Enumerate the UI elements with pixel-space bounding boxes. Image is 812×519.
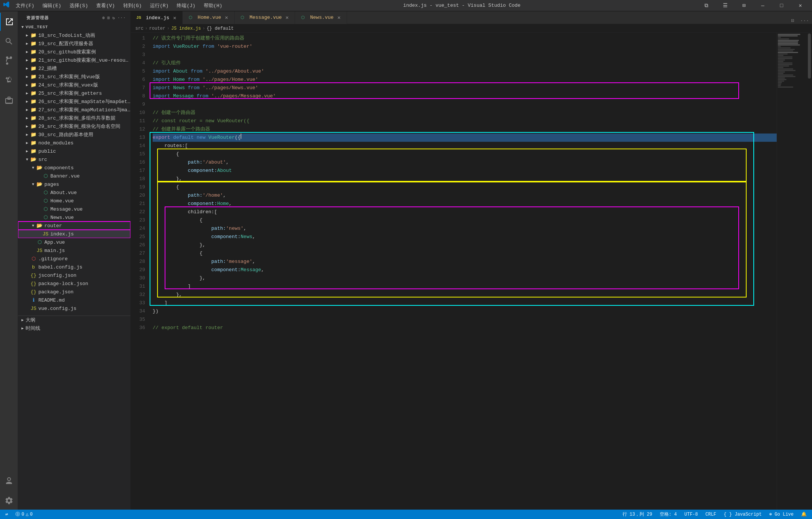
tab-message-vue[interactable]: ⬡ Message.vue ✕ xyxy=(235,11,295,24)
scrollbar[interactable] xyxy=(807,33,812,510)
close-btn[interactable]: ✕ xyxy=(792,0,809,11)
menu-select[interactable]: 选择(S) xyxy=(66,2,92,10)
tree-item-25[interactable]: ▶ 📁 25_src_求和案例_getters xyxy=(18,89,130,97)
tree-item-18[interactable]: ▶ 📁 18_src_TodoList_动画 xyxy=(18,31,130,39)
tree-item-28[interactable]: ▶ 📁 28_src_求和案例_多组件共享数据 xyxy=(18,114,130,122)
spaces-indicator[interactable]: 空格: 4 xyxy=(658,510,679,519)
menu-view[interactable]: 查看(V) xyxy=(92,2,118,10)
remote-status[interactable]: ⇌ xyxy=(4,510,9,519)
tree-item-message-vue[interactable]: ▶ ⬡ Message.vue xyxy=(18,205,130,213)
item-label: .gitignore xyxy=(38,256,130,262)
breadcrumb-router[interactable]: router xyxy=(149,26,165,31)
split-editor-btn[interactable]: ⊡ xyxy=(788,18,797,24)
tree-item-package[interactable]: ▶ {} package.json xyxy=(18,288,130,296)
token: , xyxy=(226,158,229,167)
outline-section[interactable]: ▶ 大纲 xyxy=(18,316,130,324)
more-tabs-btn[interactable]: ··· xyxy=(797,18,812,24)
timeline-section[interactable]: ▶ 时间线 xyxy=(18,324,130,332)
error-status[interactable]: ⓪ 0 △ 0 xyxy=(14,510,34,519)
tree-item-main-js[interactable]: ▶ JS main.js xyxy=(18,246,130,255)
new-folder-icon[interactable]: ⊞ xyxy=(108,15,111,20)
tree-item-banner[interactable]: ▶ ⬡ Banner.vue xyxy=(18,172,130,180)
tree-root[interactable]: ▼ VUE_TEST xyxy=(18,23,130,31)
menu-help[interactable]: 帮助(H) xyxy=(200,2,226,10)
tree-item-pages[interactable]: ▼ 📂 pages xyxy=(18,180,130,188)
tree-item-app-vue[interactable]: ▶ ⬡ App.vue xyxy=(18,238,130,246)
more-icon[interactable]: ··· xyxy=(118,15,126,20)
tree-item-package-lock[interactable]: ▶ {} package-lock.json xyxy=(18,279,130,288)
language-indicator[interactable]: { } JavaScript xyxy=(722,510,763,519)
menu-run[interactable]: 运行(R) xyxy=(146,2,172,10)
tree-item-readme[interactable]: ▶ ℹ README.md xyxy=(18,296,130,304)
item-label: package-lock.json xyxy=(38,281,130,287)
tab-index-js[interactable]: JS index.js ✕ xyxy=(131,11,183,24)
tab-close-btn[interactable]: ✕ xyxy=(336,14,342,21)
titlebar: 文件(F) 编辑(E) 选择(S) 查看(V) 转到(G) 运行(R) 终端(J… xyxy=(0,0,812,11)
maximize-btn[interactable]: □ xyxy=(773,0,790,11)
encoding-indicator[interactable]: UTF-8 xyxy=(683,510,700,519)
breadcrumb-js[interactable]: JS index.js xyxy=(171,26,201,31)
tree-item-22[interactable]: ▶ 📁 22_插槽 xyxy=(18,64,130,73)
tree-item-19[interactable]: ▶ 📁 19_src_配置代理服务器 xyxy=(18,39,130,48)
tab-news-vue[interactable]: ⬡ News.vue ✕ xyxy=(295,11,347,24)
tree-item-news-vue[interactable]: ▶ ⬡ News.vue xyxy=(18,213,130,222)
tab-close-btn[interactable]: ✕ xyxy=(223,14,229,21)
tree-item-27[interactable]: ▶ 📁 27_src_求和案例_mapMutations与mapActions xyxy=(18,106,130,114)
notifications-btn[interactable]: 🔔 xyxy=(800,510,808,519)
tree-item-23[interactable]: ▶ 📁 23_src_求和案例_纯vue版 xyxy=(18,73,130,81)
tree-item-components[interactable]: ▼ 📂 components xyxy=(18,164,130,172)
tree-item-gitignore[interactable]: ▶ ⬡ .gitignore xyxy=(18,255,130,263)
tree-item-20[interactable]: ▶ 📁 20_src_github搜索案例 xyxy=(18,48,130,56)
settings-icon[interactable] xyxy=(0,492,18,510)
code-line-5: import About from '../pages/About.vue' xyxy=(153,67,777,76)
menu-goto[interactable]: 转到(G) xyxy=(120,2,145,10)
breadcrumb-src[interactable]: src xyxy=(135,26,144,31)
breadcrumb-default[interactable]: {} default xyxy=(207,26,234,31)
search-icon[interactable] xyxy=(0,32,18,50)
tree-item-public[interactable]: ▶ 📁 public xyxy=(18,147,130,155)
sidebar-content[interactable]: ▼ VUE_TEST ▶ 📁 18_src_TodoList_动画 ▶ 📁 19… xyxy=(18,23,130,510)
menu-edit[interactable]: 编辑(E) xyxy=(39,2,65,10)
tree-item-home-vue[interactable]: ▶ ⬡ Home.vue xyxy=(18,197,130,205)
tree-item-24[interactable]: ▶ 📁 24_src_求和案例_vuex版 xyxy=(18,81,130,89)
sidebar-btn[interactable]: ☰ xyxy=(717,0,734,11)
line-ending-indicator[interactable]: CRLF xyxy=(704,510,718,519)
tab-home-vue[interactable]: ⬡ Home.vue ✕ xyxy=(183,11,235,24)
activity-bar-bottom xyxy=(0,472,18,510)
item-label: 22_插槽 xyxy=(38,65,130,72)
item-label: router xyxy=(44,223,130,229)
golive-btn[interactable]: ⊕ Go Live xyxy=(768,510,795,519)
avatar-icon[interactable] xyxy=(0,472,18,490)
layout-btn[interactable]: ⧉ xyxy=(698,0,715,11)
explorer-icon[interactable] xyxy=(0,13,18,31)
window-title: index.js - vue_test - Visual Studio Code xyxy=(403,3,521,8)
tree-item-router[interactable]: ▼ 📂 router xyxy=(18,222,130,230)
scrollbar-thumb[interactable] xyxy=(808,33,811,79)
source-control-icon[interactable] xyxy=(0,52,18,70)
tree-item-node-modules[interactable]: ▶ 📁 node_modules xyxy=(18,139,130,147)
tree-item-vue-config[interactable]: ▶ JS vue.config.js xyxy=(18,304,130,313)
tree-item-26[interactable]: ▶ 📁 26_src_求和案例_mapState与mapGetters xyxy=(18,97,130,106)
extensions-icon[interactable] xyxy=(0,91,18,109)
tab-close-btn[interactable]: ✕ xyxy=(284,14,290,21)
tree-item-21[interactable]: ▶ 📁 21_src_github搜索案例_vue-resource xyxy=(18,56,130,64)
tree-item-src[interactable]: ▼ 📂 src xyxy=(18,155,130,164)
tree-item-29[interactable]: ▶ 📁 29_src_求和案例_模块化与命名空间 xyxy=(18,122,130,131)
folder-icon: 📁 xyxy=(30,90,37,96)
code-content[interactable]: // 该文件专门用于创建整个应用的路由器 import VueRouter fr… xyxy=(150,33,777,510)
tree-item-about[interactable]: ▶ ⬡ About.vue xyxy=(18,188,130,197)
menu-terminal[interactable]: 终端(J) xyxy=(173,2,199,10)
tree-item-30[interactable]: ▶ 📁 30_src_路由的基本使用 xyxy=(18,131,130,139)
menu-file[interactable]: 文件(F) xyxy=(12,2,38,10)
split-btn[interactable]: ⊟ xyxy=(735,0,753,11)
debug-icon[interactable] xyxy=(0,71,18,90)
tree-item-jsconfig[interactable]: ▶ {} jsconfig.json xyxy=(18,271,130,279)
timeline-arrow: ▶ xyxy=(20,326,26,331)
tree-item-index-js[interactable]: ▶ JS index.js xyxy=(18,230,130,238)
cursor-position[interactable]: 行 13，列 29 xyxy=(621,510,654,519)
minimize-btn[interactable]: — xyxy=(754,0,771,11)
new-file-icon[interactable]: ⊕ xyxy=(102,15,105,20)
refresh-icon[interactable]: ↻ xyxy=(112,15,115,20)
tab-close-btn[interactable]: ✕ xyxy=(171,14,177,22)
tree-item-babel[interactable]: ▶ b babel.config.js xyxy=(18,263,130,271)
